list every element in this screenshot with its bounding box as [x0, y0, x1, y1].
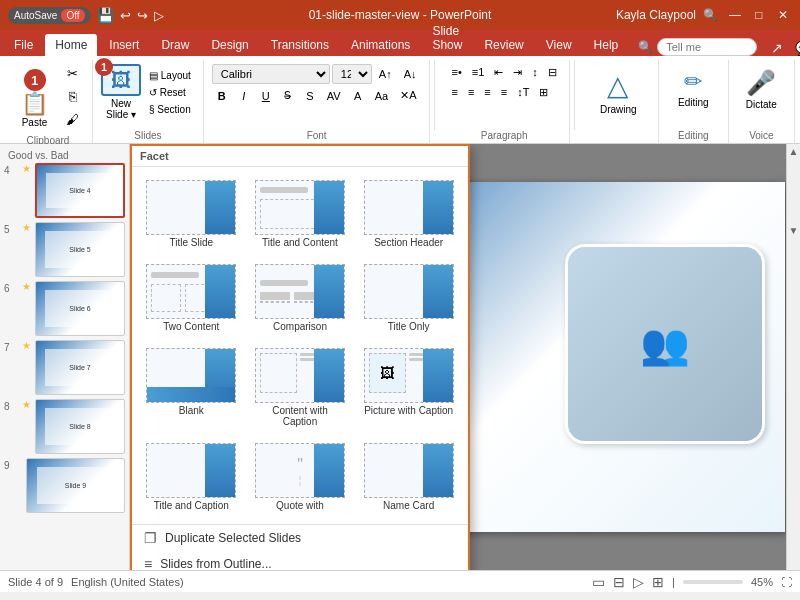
number-list-button[interactable]: ≡1 [468, 64, 489, 81]
search-icon[interactable]: 🔍 [702, 6, 720, 24]
slide-thumb-9[interactable]: 9 Slide 9 [4, 458, 125, 513]
strikethrough-button[interactable]: S̶ [278, 87, 298, 104]
font-name-select[interactable]: Calibri [212, 64, 330, 84]
layout-section-header[interactable]: Section Header [357, 175, 460, 253]
italic-button[interactable]: I [234, 88, 254, 104]
font-size-change-button[interactable]: Aa [370, 88, 393, 104]
increase-font-button[interactable]: A↑ [374, 66, 397, 82]
clear-format-button[interactable]: ✕A [395, 87, 421, 104]
slide-thumb-5[interactable]: 5 ★ Slide 5 [4, 222, 125, 277]
line-spacing-button[interactable]: ↕ [528, 64, 542, 81]
paste-button[interactable]: 1 📋 Paste [12, 64, 57, 133]
align-right-button[interactable]: ≡ [480, 84, 494, 101]
slide-star-7: ★ [22, 340, 31, 351]
scrollbar-vertical[interactable]: ▲ ▼ [786, 144, 800, 570]
autosave-label: AutoSave [14, 10, 57, 21]
layout-content-caption[interactable]: Content with Caption [249, 343, 352, 432]
duplicate-slides-item[interactable]: ❐ Duplicate Selected Slides [132, 525, 468, 551]
view-presenter-button[interactable]: ⊞ [652, 574, 664, 590]
tab-help[interactable]: Help [584, 34, 629, 56]
tab-file[interactable]: File [4, 34, 43, 56]
tab-slideshow[interactable]: Slide Show [422, 20, 472, 56]
align-left-button[interactable]: ≡ [447, 84, 461, 101]
copy-button[interactable]: ⎘ [61, 87, 84, 106]
layout-blank[interactable]: Blank [140, 343, 243, 432]
tab-home[interactable]: Home [45, 34, 97, 56]
drawing-button[interactable]: △ Drawing [591, 64, 646, 120]
indent-increase-button[interactable]: ⇥ [509, 64, 526, 81]
tab-view[interactable]: View [536, 34, 582, 56]
font-color-button[interactable]: A [348, 88, 368, 104]
layout-two-content[interactable]: Two Content [140, 259, 243, 337]
layout-comparison[interactable]: Comparison [249, 259, 352, 337]
zoom-slider[interactable] [683, 580, 743, 584]
bullet-list-button[interactable]: ≡• [447, 64, 465, 81]
slide-thumb-6[interactable]: 6 ★ Slide 6 [4, 281, 125, 336]
ribbon-group-font: Calibri 12 A↑ A↓ B I U S̶ S AV A Aa ✕A F… [204, 60, 431, 143]
slide-thumb-7[interactable]: 7 ★ Slide 7 [4, 340, 125, 395]
new-slide-button[interactable]: 1 🖼 [101, 64, 141, 96]
columns-button[interactable]: ⊟ [544, 64, 561, 81]
fit-to-window-button[interactable]: ⛶ [781, 576, 792, 588]
slide-img-5: Slide 5 [35, 222, 125, 277]
new-slide-label[interactable]: NewSlide ▾ [106, 98, 136, 120]
convert-to-smartart-button[interactable]: ⊞ [535, 84, 552, 101]
view-slide-button[interactable]: ⊟ [613, 574, 625, 590]
cut-button[interactable]: ✂ [61, 64, 84, 83]
font-size-select[interactable]: 12 [332, 64, 372, 84]
minimize-button[interactable]: — [726, 6, 744, 24]
underline-button[interactable]: U [256, 88, 276, 104]
dictate-button[interactable]: 🎤 Dictate [737, 64, 786, 115]
present-icon[interactable]: ▷ [154, 8, 164, 23]
comment-icon[interactable]: 💬 [789, 40, 800, 56]
slide-info: Slide 4 of 9 [8, 576, 63, 588]
save-icon[interactable]: 💾 [97, 7, 114, 23]
bold-button[interactable]: B [212, 88, 232, 104]
layout-name-card[interactable]: Name Card [357, 438, 460, 516]
slide-thumb-8[interactable]: 8 ★ Slide 8 [4, 399, 125, 454]
tab-review[interactable]: Review [474, 34, 533, 56]
tell-me-input[interactable] [657, 38, 757, 56]
shadow-button[interactable]: S [300, 88, 320, 104]
undo-icon[interactable]: ↩ [120, 8, 131, 23]
layout-title-slide[interactable]: Title Slide [140, 175, 243, 253]
slide-thumb-4[interactable]: 4 ★ Slide 4 [4, 163, 125, 218]
scroll-down-arrow[interactable]: ▼ [789, 225, 799, 236]
slides-label: Slides [134, 128, 161, 143]
quote-mark: " [297, 456, 303, 474]
view-normal-button[interactable]: ▭ [592, 574, 605, 590]
layout-title-caption[interactable]: Title and Caption [140, 438, 243, 516]
tab-animations[interactable]: Animations [341, 34, 420, 56]
view-reading-button[interactable]: ▷ [633, 574, 644, 590]
format-painter-button[interactable]: 🖌 [61, 110, 84, 129]
layout-title-content[interactable]: Title and Content [249, 175, 352, 253]
close-button[interactable]: ✕ [774, 6, 792, 24]
tab-draw[interactable]: Draw [151, 34, 199, 56]
slide-img-8: Slide 8 [35, 399, 125, 454]
decrease-font-button[interactable]: A↓ [399, 66, 422, 82]
maximize-button[interactable]: □ [750, 6, 768, 24]
char-spacing-button[interactable]: AV [322, 88, 346, 104]
tab-insert[interactable]: Insert [99, 34, 149, 56]
scroll-up-arrow[interactable]: ▲ [789, 146, 799, 157]
justify-button[interactable]: ≡ [497, 84, 511, 101]
layout-title-only[interactable]: Title Only [357, 259, 460, 337]
slides-from-outline-item[interactable]: ≡ Slides from Outline... [132, 551, 468, 570]
redo-icon[interactable]: ↪ [137, 8, 148, 23]
layout-button[interactable]: ▤ Layout [145, 68, 195, 83]
tab-transitions[interactable]: Transitions [261, 34, 339, 56]
section-button[interactable]: § Section [145, 102, 195, 117]
layout-picture-caption[interactable]: 🖼 Picture with Caption [357, 343, 460, 432]
slide-num-9: 9 [4, 458, 18, 471]
text-direction-button[interactable]: ↕T [513, 84, 533, 101]
editing-button[interactable]: ✏ Editing [669, 64, 718, 113]
reset-button[interactable]: ↺ Reset [145, 85, 195, 100]
indent-decrease-button[interactable]: ⇤ [490, 64, 507, 81]
layout-quote[interactable]: " Quote with [249, 438, 352, 516]
share-icon[interactable]: ↗ [765, 40, 789, 56]
autosave-toggle[interactable]: Off [61, 9, 84, 22]
autosave-badge[interactable]: AutoSave Off [8, 7, 91, 24]
align-center-button[interactable]: ≡ [464, 84, 478, 101]
tab-design[interactable]: Design [201, 34, 258, 56]
layout-thumb-title-only [364, 264, 454, 319]
